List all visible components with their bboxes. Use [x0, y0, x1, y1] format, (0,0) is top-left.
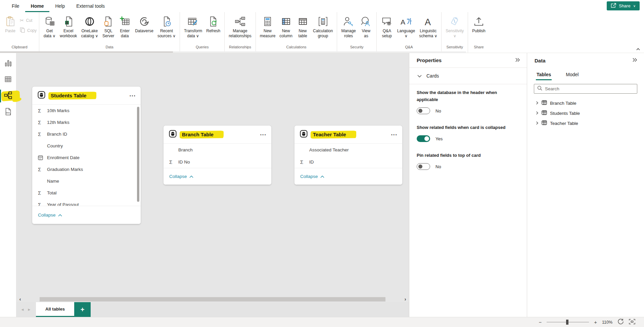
language-button[interactable]: A Language∨ [396, 14, 417, 39]
collapse-panel-icon[interactable] [515, 57, 520, 63]
more-options-icon[interactable]: ••• [260, 133, 267, 137]
get-data-button[interactable]: Getdata ∨ [42, 14, 57, 39]
field-row[interactable]: ΣYear of Passout [32, 199, 141, 206]
setting-pin-related-fields: Pin related fields to top of card No [417, 152, 519, 170]
menu-help[interactable]: Help [49, 0, 71, 12]
toggle-show-database[interactable] [417, 107, 430, 114]
linguistic-schema-button[interactable]: A Linguisticschema ∨ [417, 14, 439, 39]
fit-to-screen-icon[interactable] [629, 319, 635, 326]
toggle-show-related-fields[interactable] [417, 135, 430, 142]
zoom-slider-thumb[interactable] [566, 320, 568, 325]
tree-item-teacher-table[interactable]: Teacher Table [527, 118, 644, 128]
chevron-right-icon[interactable] [536, 111, 539, 116]
sidebar-item-dax-query-view[interactable]: DAX [0, 104, 16, 120]
paste-button[interactable]: Paste [2, 14, 18, 34]
table-card-teacher[interactable]: Teacher Table ••• Associated Teacher ΣID… [294, 126, 402, 185]
field-row[interactable]: Enrollment Date [32, 152, 141, 164]
ribbon-scrollbar[interactable] [0, 51, 466, 53]
chevron-right-icon[interactable] [536, 101, 539, 106]
search-box[interactable] [534, 84, 637, 94]
refresh-button[interactable]: Refresh [204, 14, 222, 34]
cards-section-header[interactable]: Cards [409, 68, 527, 84]
dataverse-button[interactable]: Dataverse [133, 14, 155, 34]
field-row[interactable]: ΣTotal [32, 187, 141, 199]
transform-data-button[interactable]: Transformdata ∨ [182, 14, 204, 39]
scrollbar-thumb[interactable] [40, 297, 385, 301]
qa-setup-button[interactable]: Q&Asetup [379, 14, 395, 39]
field-row[interactable]: ΣGraduation Marks [32, 164, 141, 175]
card-scrollbar[interactable] [137, 107, 139, 202]
field-row[interactable]: Country [32, 140, 141, 152]
zoom-in-button[interactable]: + [594, 319, 597, 325]
tab-model[interactable]: Model [566, 72, 579, 80]
collapse-ribbon-icon[interactable] [635, 47, 641, 51]
menu-file[interactable]: File [6, 0, 25, 12]
more-options-icon[interactable]: ••• [130, 94, 136, 98]
search-input[interactable] [545, 86, 634, 91]
manage-roles-button[interactable]: Manageroles [339, 14, 357, 39]
recent-sources-button[interactable]: Recentsources ∨ [156, 14, 177, 39]
menu-home[interactable]: Home [25, 0, 50, 12]
field-row[interactable]: Branch [164, 144, 271, 156]
manage-relationships-button[interactable]: Managerelationships [227, 14, 253, 39]
new-column-icon [281, 15, 291, 28]
tree-item-branch-table[interactable]: Branch Table [527, 98, 644, 108]
zoom-slider[interactable] [547, 322, 589, 322]
scroll-right-icon[interactable]: › [403, 297, 408, 302]
menu-external-tools[interactable]: External tools [71, 0, 110, 12]
tab-all-tables[interactable]: All tables [36, 302, 74, 317]
field-row[interactable]: Name [32, 175, 141, 187]
field-row[interactable]: Σ10th Marks [32, 105, 141, 116]
collapse-link[interactable]: Collapse [32, 206, 141, 224]
new-table-icon [297, 15, 308, 28]
sigma-icon: Σ [38, 120, 47, 125]
collapse-panel-icon[interactable] [632, 57, 637, 63]
table-title: Students Table [49, 92, 88, 99]
tab-next-icon[interactable]: ▶ [26, 308, 33, 311]
canvas-horizontal-scrollbar[interactable]: ‹ › [16, 297, 409, 302]
tab-prev-icon[interactable]: ◀ [19, 308, 26, 311]
sensitivity-button[interactable]: Sensitivity∨ [444, 14, 465, 39]
more-options-icon[interactable]: ••• [391, 133, 398, 137]
tab-tables[interactable]: Tables [537, 72, 551, 80]
new-table-button[interactable]: Newtable [295, 14, 311, 39]
scroll-left-icon[interactable]: ‹ [17, 297, 23, 302]
zoom-out-button[interactable]: − [539, 319, 542, 325]
cut-button[interactable]: ✂ Cut [20, 17, 37, 24]
enter-data-button[interactable]: Enterdata [117, 14, 133, 39]
ribbon-group-queries: Transformdata ∨ Refresh Queries [180, 12, 225, 53]
sql-server-button[interactable]: SQLServer [100, 14, 116, 39]
table-card-branch[interactable]: Branch Table ••• Branch ΣID No Collapse [164, 126, 271, 185]
sidebar-item-model-view[interactable] [0, 88, 16, 104]
share-button[interactable]: Share ∨ [607, 1, 640, 10]
copy-button[interactable]: Copy [20, 27, 37, 34]
reset-zoom-icon[interactable] [617, 318, 624, 326]
field-row[interactable]: Σ12th Marks [32, 116, 141, 128]
collapse-link[interactable]: Collapse [294, 168, 402, 185]
new-measure-button[interactable]: Newmeasure [258, 14, 277, 39]
view-as-button[interactable]: Viewas [358, 14, 374, 39]
excel-workbook-button[interactable]: X Excelworkbook [58, 14, 79, 39]
table-icon [300, 130, 308, 139]
chevron-right-icon[interactable] [536, 121, 539, 126]
sidebar-item-table-view[interactable] [0, 72, 16, 88]
field-row[interactable]: ΣID No [164, 156, 271, 168]
dataverse-icon [139, 15, 150, 28]
field-row[interactable]: ΣBranch ID [32, 128, 141, 140]
collapse-link[interactable]: Collapse [164, 168, 271, 185]
sidebar-item-report-view[interactable] [0, 56, 16, 72]
publish-button[interactable]: Publish [470, 14, 487, 34]
field-row[interactable]: ΣID [294, 156, 402, 168]
new-column-button[interactable]: Newcolumn [278, 14, 294, 39]
field-row[interactable]: Associated Teacher [294, 144, 402, 156]
onelake-catalog-button[interactable]: OneLakecatalog ∨ [79, 14, 100, 39]
table-card-students[interactable]: Students Table ••• Σ10th Marks Σ12th Mar… [32, 87, 141, 224]
table-view-icon [5, 76, 11, 84]
toggle-pin-related-fields[interactable] [417, 163, 430, 170]
calculation-group-button[interactable]: Calculationgroup [311, 14, 334, 39]
model-canvas[interactable]: Students Table ••• Σ10th Marks Σ12th Mar… [16, 53, 409, 302]
add-layout-button[interactable]: + [74, 302, 91, 317]
view-as-icon [361, 15, 371, 28]
tree-item-students-table[interactable]: Students Table [527, 108, 644, 118]
ribbon-group-calculations: Newmeasure Newcolumn Newtable Calculatio… [256, 12, 337, 53]
